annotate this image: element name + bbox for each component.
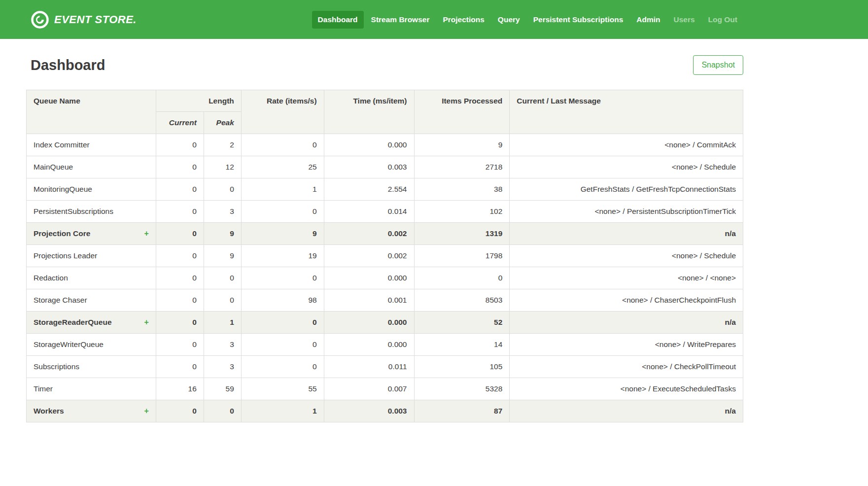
cell-rate: 0 [241,312,324,334]
nav-item-users[interactable]: Users [668,11,701,29]
queue-row: MonitoringQueue0012.55438GetFreshStats /… [27,178,743,201]
cell-message: GetFreshStats / GetFreshTcpConnectionSta… [510,178,743,201]
expand-group-icon[interactable]: + [144,407,149,416]
queue-group-row: +StorageReaderQueue0100.00052n/a [27,312,743,334]
cell-time: 0.007 [324,378,414,400]
cell-current: 0 [156,356,204,378]
cell-peak: 9 [204,245,241,267]
cell-message: <none> / ChaserCheckpointFlush [510,289,743,312]
cell-current: 0 [156,178,204,201]
cell-items: 87 [414,400,510,422]
queue-row: Index Committer0200.0009<none> / CommitA… [27,134,743,156]
queue-name-cell: MainQueue [27,156,156,178]
queue-name: Index Committer [34,140,90,149]
queue-name-cell: +Projection Core [27,223,156,245]
queue-name: Redaction [34,274,68,282]
cell-message: <none> / CommitAck [510,134,743,156]
queue-name: Projection Core [34,229,90,238]
cell-current: 0 [156,223,204,245]
cell-rate: 19 [241,245,324,267]
cell-current: 0 [156,312,204,334]
cell-message: <none> / PersistentSubscriptionTimerTick [510,201,743,223]
cell-current: 0 [156,156,204,178]
cell-rate: 0 [241,267,324,289]
col-header-time: Time (ms/item) [324,90,414,134]
cell-time: 0.014 [324,201,414,223]
cell-peak: 2 [204,134,241,156]
col-header-length: Length [156,90,241,112]
queue-name: StorageReaderQueue [34,318,112,326]
cell-current: 0 [156,134,204,156]
cell-time: 0.001 [324,289,414,312]
cell-time: 2.554 [324,178,414,201]
cell-items: 14 [414,334,510,356]
cell-message: n/a [510,400,743,422]
page-header: Dashboard Snapshot [26,55,743,75]
nav-item-dashboard[interactable]: Dashboard [312,11,364,29]
queues-table: Queue Name Length Rate (items/s) Time (m… [26,90,743,422]
cell-message: <none> / CheckPollTimeout [510,356,743,378]
nav-item-query[interactable]: Query [492,11,526,29]
cell-time: 0.002 [324,223,414,245]
queue-name: Timer [34,384,53,393]
snapshot-button[interactable]: Snapshot [693,55,743,75]
queue-name: Subscriptions [34,362,79,371]
nav-item-admin[interactable]: Admin [630,11,666,29]
col-header-message: Current / Last Message [510,90,743,134]
cell-message: <none> / Schedule [510,245,743,267]
cell-peak: 12 [204,156,241,178]
cell-items: 8503 [414,289,510,312]
cell-current: 16 [156,378,204,400]
cell-current: 0 [156,334,204,356]
cell-peak: 0 [204,400,241,422]
queue-row: StorageWriterQueue0300.00014<none> / Wri… [27,334,743,356]
cell-peak: 59 [204,378,241,400]
queue-row: PersistentSubscriptions0300.014102<none>… [27,201,743,223]
cell-peak: 3 [204,334,241,356]
cell-message: <none> / <none> [510,267,743,289]
cell-peak: 3 [204,356,241,378]
expand-group-icon[interactable]: + [144,318,149,327]
cell-time: 0.003 [324,400,414,422]
brand-logo-link[interactable]: EVENT STORE. [31,10,137,29]
queue-name-cell: PersistentSubscriptions [27,201,156,223]
col-header-current: Current [156,112,204,134]
cell-items: 2718 [414,156,510,178]
queue-name: StorageWriterQueue [34,340,104,348]
event-store-logo-icon [31,10,49,29]
nav-item-log-out[interactable]: Log Out [702,11,743,29]
cell-time: 0.003 [324,156,414,178]
top-nav-bar: EVENT STORE. DashboardStream BrowserProj… [0,0,868,39]
cell-rate: 0 [241,201,324,223]
cell-rate: 25 [241,156,324,178]
queue-name-cell: Projections Leader [27,245,156,267]
queue-name: Storage Chaser [34,296,87,304]
col-header-queue-name: Queue Name [27,90,156,134]
top-nav-inner: EVENT STORE. DashboardStream BrowserProj… [0,10,868,29]
cell-current: 0 [156,201,204,223]
queue-row: Timer1659550.0075328<none> / ExecuteSche… [27,378,743,400]
cell-time: 0.000 [324,334,414,356]
brand-name: EVENT STORE. [54,13,137,26]
cell-time: 0.000 [324,312,414,334]
nav-item-projections[interactable]: Projections [437,11,490,29]
cell-items: 0 [414,267,510,289]
expand-group-icon[interactable]: + [144,229,149,238]
cell-items: 105 [414,356,510,378]
queue-name-cell: MonitoringQueue [27,178,156,201]
nav-item-persistent-subscriptions[interactable]: Persistent Subscriptions [527,11,629,29]
cell-time: 0.000 [324,134,414,156]
cell-message: <none> / Schedule [510,156,743,178]
cell-peak: 9 [204,223,241,245]
cell-current: 0 [156,245,204,267]
queue-name: Projections Leader [34,251,97,260]
nav-item-stream-browser[interactable]: Stream Browser [365,11,436,29]
cell-message: n/a [510,312,743,334]
queue-name-cell: StorageWriterQueue [27,334,156,356]
cell-time: 0.011 [324,356,414,378]
cell-peak: 1 [204,312,241,334]
cell-rate: 0 [241,334,324,356]
cell-current: 0 [156,289,204,312]
col-header-peak: Peak [204,112,241,134]
cell-current: 0 [156,267,204,289]
